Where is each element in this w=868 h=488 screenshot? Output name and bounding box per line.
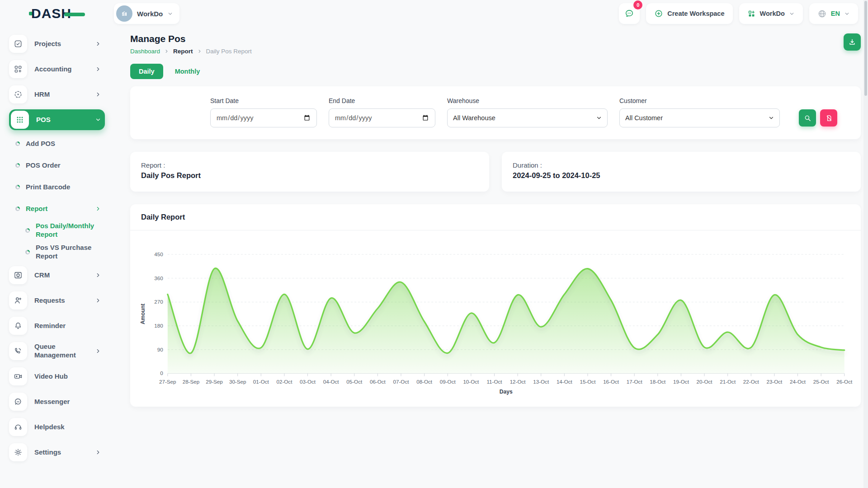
customer-select[interactable]: All Customer [619,108,780,127]
sidebar-item-settings[interactable]: Settings [9,442,105,463]
sidebar-item-helpdesk[interactable]: Helpdesk [9,417,105,437]
chevron-right-icon [95,272,101,278]
grid-plus-icon [747,9,756,18]
svg-text:11-Oct: 11-Oct [486,379,502,385]
tab-monthly[interactable]: Monthly [175,68,200,75]
warehouse-select[interactable]: All Warehouse [447,108,608,127]
svg-text:23-Oct: 23-Oct [766,379,783,385]
svg-text:02-Oct: 02-Oct [276,379,292,385]
report-label: Report : [141,161,478,169]
globe-icon [817,9,827,19]
svg-text:24-Oct: 24-Oct [790,379,806,385]
download-button[interactable] [844,33,861,51]
breadcrumb-current: Daily Pos Report [206,48,252,55]
svg-text:15-Oct: 15-Oct [580,379,596,385]
crm-icon [9,266,27,284]
sidebar-item-crm[interactable]: CRM [9,265,105,286]
sidebar-item-pos-vs-purchase-report[interactable]: Pos VS Purchase Report [9,243,105,261]
warehouse-field: Warehouse All Warehouse [447,97,608,127]
filter-card: Start Date End Date Warehouse All Wareho… [130,86,861,139]
daily-report-card: Daily Report 09018027036045027-Sep28-Sep… [130,204,861,407]
app-logo[interactable]: DASH [29,6,85,21]
svg-text:29-Sep: 29-Sep [206,379,223,385]
customer-label: Customer [619,97,780,104]
gear-icon [9,443,27,461]
end-date-input[interactable] [329,108,435,127]
svg-text:01-Oct: 01-Oct [253,379,269,385]
svg-text:04-Oct: 04-Oct [323,379,340,385]
chevron-right-icon [164,49,169,54]
svg-text:20-Oct: 20-Oct [697,379,713,385]
sidebar-item-messenger[interactable]: Messenger [9,391,105,412]
sidebar-item-pos-daily-monthly-report[interactable]: Pos Daily/Monthly Report [9,221,105,239]
sidebar-item-video-hub[interactable]: Video Hub [9,366,105,387]
sidebar-item-pos-order[interactable]: POS Order [9,156,105,174]
scrollbar-thumb[interactable] [864,1,867,96]
pos-icon [11,111,29,129]
summary-row: Report : Daily Pos Report Duration : 202… [130,152,861,192]
chevron-right-icon [95,449,101,455]
chevron-right-icon [95,66,101,72]
chevron-down-icon [844,11,850,17]
svg-text:270: 270 [154,299,163,305]
customer-field: Customer All Customer [619,97,780,127]
daily-report-chart: 09018027036045027-Sep28-Sep29-Sep30-Sep0… [138,243,853,400]
duration-value: 2024-09-25 to 2024-10-25 [513,171,850,180]
user-plus-icon [9,291,27,310]
sidebar: Projects Accounting HRM POS Add POS POS … [0,27,114,488]
search-button[interactable] [799,109,816,127]
svg-text:0: 0 [160,371,163,376]
phone-call-icon [9,342,27,360]
chevron-right-icon [197,49,202,54]
svg-text:17-Oct: 17-Oct [627,379,643,385]
sidebar-item-projects[interactable]: Projects [9,33,105,54]
svg-text:26-Oct: 26-Oct [836,379,853,385]
chevron-down-icon [167,11,173,17]
start-date-label: Start Date [210,97,317,104]
bullet-icon [25,228,30,233]
bullet-icon [15,206,20,211]
reset-filter-button[interactable] [820,109,837,127]
hrm-icon [9,85,27,103]
workspace-selector[interactable]: WorkDo [114,3,179,24]
report-mode-tabs: Daily Monthly [130,64,861,79]
report-value: Daily Pos Report [141,171,478,180]
breadcrumb-report[interactable]: Report [173,48,193,55]
bullet-icon [15,185,20,189]
start-date-input[interactable] [210,108,317,127]
chat-bubble-icon [624,9,634,19]
sidebar-item-print-barcode[interactable]: Print Barcode [9,178,105,196]
sidebar-item-report[interactable]: Report [9,200,105,218]
sidebar-item-requests[interactable]: Requests [9,290,105,311]
notification-badge: 0 [633,0,642,9]
svg-text:180: 180 [154,323,163,328]
svg-text:22-Oct: 22-Oct [743,379,760,385]
chevron-right-icon [95,297,101,304]
svg-text:28-Sep: 28-Sep [183,379,200,385]
sidebar-item-reminder[interactable]: Reminder [9,315,105,336]
svg-text:18-Oct: 18-Oct [650,379,666,385]
language-selector[interactable]: EN [809,3,858,24]
sidebar-item-queue-management[interactable]: Queue Management [9,341,105,361]
topbar-actions: 0 Create Workspace WorkDo [619,3,858,24]
sidebar-item-hrm[interactable]: HRM [9,84,105,105]
sidebar-item-accounting[interactable]: Accounting [9,59,105,80]
main-content: Manage Pos Dashboard Report Daily Pos Re… [114,27,868,488]
notifications-button[interactable]: 0 [619,3,640,24]
svg-text:25-Oct: 25-Oct [813,379,830,385]
report-summary-card: Report : Daily Pos Report [130,152,489,192]
workdo-menu-button[interactable]: WorkDo [739,3,803,24]
breadcrumb: Dashboard Report Daily Pos Report [130,48,252,55]
create-workspace-button[interactable]: Create Workspace [646,3,732,24]
sidebar-item-add-pos[interactable]: Add POS [9,135,105,153]
tab-daily[interactable]: Daily [130,64,163,79]
svg-text:03-Oct: 03-Oct [300,379,316,385]
svg-text:16-Oct: 16-Oct [603,379,619,385]
sidebar-item-pos[interactable]: POS [9,109,105,130]
headphones-icon [9,418,27,436]
chart-title: Daily Report [130,204,861,230]
svg-text:14-Oct: 14-Oct [557,379,573,385]
svg-text:06-Oct: 06-Oct [370,379,386,385]
svg-text:Days: Days [500,389,513,395]
breadcrumb-dashboard[interactable]: Dashboard [130,48,160,55]
